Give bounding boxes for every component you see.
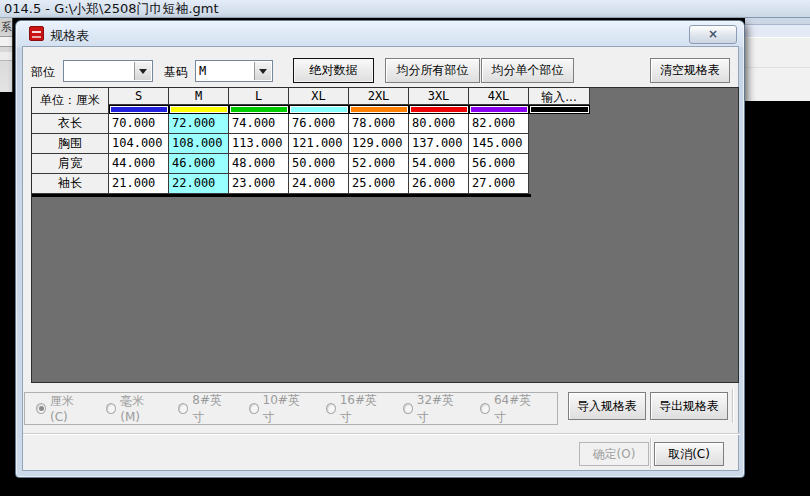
spec-cell[interactable]: 70.000 [109, 114, 169, 134]
cancel-button[interactable]: 取消(C) [654, 442, 724, 466]
size-color-S [109, 105, 169, 114]
spec-cell[interactable]: 25.000 [349, 174, 409, 194]
close-button[interactable]: × [689, 25, 737, 44]
spec-cell[interactable]: 48.000 [229, 154, 289, 174]
radio-icon[interactable] [403, 403, 413, 414]
spec-cell[interactable]: 44.000 [109, 154, 169, 174]
radio-label: 32#英寸 [417, 392, 461, 426]
unit-radio-10#英寸[interactable]: 10#英寸 [249, 392, 307, 426]
spec-cell[interactable]: 72.000 [169, 114, 229, 134]
spec-cell[interactable]: 27.000 [469, 174, 529, 194]
spec-cell[interactable]: 108.000 [169, 134, 229, 154]
spec-cell[interactable]: 104.000 [109, 134, 169, 154]
spec-cell[interactable]: 129.000 [349, 134, 409, 154]
unit-radio-32#英寸[interactable]: 32#英寸 [403, 392, 461, 426]
unit-radio-厘米(C)[interactable]: 厘米(C) [36, 393, 87, 424]
base-size-combobox[interactable]: M [195, 60, 273, 82]
absolute-data-button[interactable]: 绝对数据 [293, 58, 374, 83]
spec-cell[interactable]: 121.000 [289, 134, 349, 154]
spec-cell[interactable]: 52.000 [349, 154, 409, 174]
size-color-3XL [409, 105, 469, 114]
spec-cell[interactable]: 137.000 [409, 134, 469, 154]
unit-radio-8#英寸[interactable]: 8#英寸 [178, 392, 229, 426]
split-single-part-button[interactable]: 均分单个部位 [481, 58, 574, 83]
radio-icon[interactable] [249, 403, 259, 414]
spec-cell[interactable]: 113.000 [229, 134, 289, 154]
radio-label: 8#英寸 [192, 392, 229, 426]
spec-cell[interactable]: 145.000 [469, 134, 529, 154]
base-size-combobox-value: M [199, 64, 206, 78]
part-label: 部位 [31, 64, 55, 81]
clear-spec-table-button[interactable]: 清空规格表 [650, 58, 730, 83]
dialog-title: 规格表 [50, 27, 89, 45]
toolbar-fragment-bar [0, 52, 13, 61]
row-label-袖长[interactable]: 袖长 [32, 174, 109, 194]
spec-table-dialog: 规格表 × 部位 基码 M 绝对数据 均分所有部位 均分单个部位 清空规格表 单… [15, 20, 745, 478]
radio-icon[interactable] [106, 403, 116, 414]
ok-button[interactable]: 确定(O) [579, 442, 649, 466]
radio-label: 64#英寸 [494, 392, 538, 426]
size-header-3XL[interactable]: 3XL [409, 88, 469, 105]
radio-icon[interactable] [178, 403, 188, 414]
unit-radio-16#英寸[interactable]: 16#英寸 [326, 392, 384, 426]
radio-icon[interactable] [36, 403, 46, 414]
divider [23, 433, 740, 435]
window-fragment-edge [745, 17, 810, 24]
app-titlebar[interactable]: 014.5 - G:\小郑\2508门巾短袖.gmt [0, 0, 810, 18]
size-header-XL[interactable]: XL [289, 88, 349, 105]
screen: 014.5 - G:\小郑\2508门巾短袖.gmt 系 规格表 × 部位 基码… [0, 0, 810, 496]
part-combobox[interactable] [63, 60, 153, 82]
size-header-4XL[interactable]: 4XL [469, 88, 529, 105]
radio-label: 毫米(M) [120, 393, 159, 424]
spec-cell[interactable]: 50.000 [289, 154, 349, 174]
size-color-4XL [469, 105, 529, 114]
spec-cell[interactable]: 76.000 [289, 114, 349, 134]
size-header-S[interactable]: S [109, 88, 169, 105]
dialog-client-area: 部位 基码 M 绝对数据 均分所有部位 均分单个部位 清空规格表 单位：厘米 S… [22, 46, 739, 471]
spec-cell[interactable]: 22.000 [169, 174, 229, 194]
radio-icon[interactable] [480, 403, 490, 414]
size-color-XL [289, 105, 349, 114]
chevron-down-icon[interactable] [254, 62, 271, 80]
background-toolbar-fragment: 系 [0, 18, 13, 92]
size-header-L[interactable]: L [229, 88, 289, 105]
spec-cell[interactable]: 46.000 [169, 154, 229, 174]
spec-cell[interactable]: 82.000 [469, 114, 529, 134]
spec-cell[interactable]: 24.000 [289, 174, 349, 194]
background-window-fragment [745, 17, 810, 101]
base-size-label: 基码 [164, 64, 188, 81]
size-color-L [229, 105, 289, 114]
spec-cell[interactable]: 54.000 [409, 154, 469, 174]
split-all-parts-button[interactable]: 均分所有部位 [385, 58, 480, 83]
row-label-肩宽[interactable]: 肩宽 [32, 154, 109, 174]
size-header-M[interactable]: M [169, 88, 229, 105]
chevron-down-icon[interactable] [134, 62, 151, 80]
window-fragment-band [745, 24, 810, 37]
spec-cell[interactable]: 23.000 [229, 174, 289, 194]
size-header-2XL[interactable]: 2XL [349, 88, 409, 105]
app-title-text: 014.5 - G:\小郑\2508门巾短袖.gmt [4, 1, 219, 16]
spec-cell[interactable]: 78.000 [349, 114, 409, 134]
unit-radio-64#英寸[interactable]: 64#英寸 [480, 392, 538, 426]
spec-cell[interactable]: 21.000 [109, 174, 169, 194]
input-color-bar [529, 105, 590, 114]
unit-radio-毫米(M)[interactable]: 毫米(M) [106, 393, 159, 424]
spec-table: 单位：厘米 SMLXL2XL3XL4XL输入...衣长70.00072.0007… [31, 87, 739, 383]
input-header-cell[interactable]: 输入... [529, 88, 590, 105]
size-color-2XL [349, 105, 409, 114]
row-label-胸围[interactable]: 胸围 [32, 134, 109, 154]
toolbar-glyph: 系 [1, 20, 12, 35]
spec-cell[interactable]: 74.000 [229, 114, 289, 134]
dialog-app-icon [29, 26, 44, 41]
import-spec-table-button[interactable]: 导入规格表 [568, 392, 646, 420]
spec-cell[interactable]: 80.000 [409, 114, 469, 134]
radio-icon[interactable] [326, 403, 336, 414]
spec-cell[interactable]: 56.000 [469, 154, 529, 174]
unit-radio-group: 厘米(C)毫米(M)8#英寸10#英寸16#英寸32#英寸64#英寸 [24, 392, 558, 425]
row-label-衣长[interactable]: 衣长 [32, 114, 109, 134]
spec-cell[interactable]: 26.000 [409, 174, 469, 194]
radio-label: 16#英寸 [340, 392, 384, 426]
unit-header-cell: 单位：厘米 [32, 88, 109, 114]
export-spec-table-button[interactable]: 导出规格表 [650, 392, 728, 420]
close-icon: × [708, 27, 718, 41]
